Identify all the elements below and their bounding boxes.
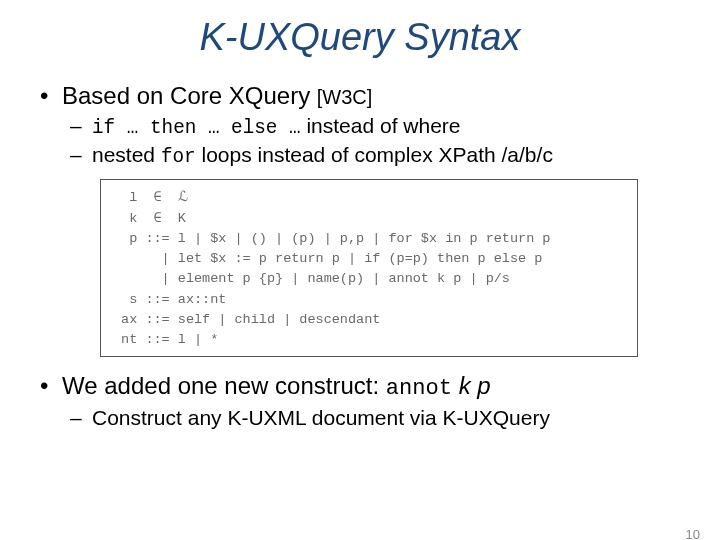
- slide: K-UXQuery Syntax Based on Core XQuery [W…: [0, 16, 720, 540]
- bullet-1b-pre: nested: [92, 143, 161, 166]
- grammar-l5: | element p {p} | name(p) | annot k p | …: [113, 271, 510, 286]
- bullet-2-pre: We added one new construct:: [62, 372, 386, 399]
- bullet-1-text: Based on Core XQuery: [62, 82, 317, 109]
- slide-title: K-UXQuery Syntax: [30, 16, 690, 59]
- bullet-2-rest: k p: [452, 372, 491, 399]
- bullet-1a-code: if … then … else …: [92, 117, 301, 139]
- grammar-l7: ax ::= self | child | descendant: [113, 312, 380, 327]
- bullet-2a: Construct any K-UXML document via K-UXQu…: [70, 405, 690, 431]
- grammar-l3: p ::= l | $x | () | (p) | p,p | for $x i…: [113, 231, 550, 246]
- bullet-1-cite: [W3C]: [317, 86, 373, 108]
- bullet-2a-text: Construct any K-UXML document via K-UXQu…: [92, 406, 550, 429]
- grammar-l2: k ∈ K: [113, 211, 186, 226]
- grammar-l8: nt ::= l | *: [113, 332, 218, 347]
- slide-body: Based on Core XQuery [W3C] if … then … e…: [30, 81, 690, 431]
- grammar-l1: l ∈ ℒ: [113, 190, 188, 205]
- bullet-2-code: annot: [386, 376, 452, 401]
- grammar-l4: | let $x := p return p | if (p=p) then p…: [113, 251, 542, 266]
- grammar-l6: s ::= ax::nt: [113, 292, 226, 307]
- page-number: 10: [686, 527, 700, 540]
- grammar-box: l ∈ ℒ k ∈ K p ::= l | $x | () | (p) | p,…: [100, 179, 638, 357]
- bullet-1: Based on Core XQuery [W3C]: [36, 81, 690, 111]
- bullet-2: We added one new construct: annot k p: [36, 371, 690, 403]
- bullet-1a: if … then … else … instead of where: [70, 113, 690, 140]
- bullet-1b-code: for: [161, 146, 196, 168]
- grammar: l ∈ ℒ k ∈ K p ::= l | $x | () | (p) | p,…: [113, 188, 625, 350]
- bullet-1b-rest: loops instead of complex XPath /a/b/c: [196, 143, 553, 166]
- bullet-1b: nested for loops instead of complex XPat…: [70, 142, 690, 169]
- bullet-1a-rest: instead of where: [301, 114, 461, 137]
